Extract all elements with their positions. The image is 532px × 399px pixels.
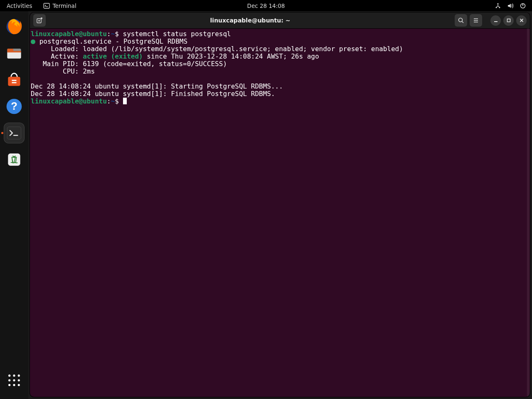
terminal-scrollbar[interactable] bbox=[527, 28, 530, 397]
close-button[interactable] bbox=[516, 15, 527, 26]
svg-point-30 bbox=[459, 18, 463, 22]
dock-firefox[interactable] bbox=[4, 16, 25, 37]
dock-software[interactable] bbox=[4, 69, 25, 90]
activities-button[interactable]: Activities bbox=[5, 2, 34, 9]
search-button[interactable] bbox=[455, 14, 467, 27]
clock-label: Dec 28 14:08 bbox=[247, 2, 285, 9]
app-menu[interactable]: Terminal bbox=[42, 2, 78, 9]
active-status: active (exited) bbox=[83, 52, 143, 60]
terminal-line: Active: active (exited) since Thu 2023-1… bbox=[31, 53, 529, 60]
dock-trash[interactable] bbox=[4, 149, 25, 170]
dock-show-apps[interactable] bbox=[4, 370, 25, 391]
svg-point-25 bbox=[18, 379, 20, 381]
terminal-line bbox=[31, 75, 529, 83]
terminal-line: Dec 28 14:08:24 ubuntu systemd[1]: Finis… bbox=[31, 90, 529, 98]
maximize-button[interactable] bbox=[503, 15, 514, 26]
terminal-line: linuxcapable@ubuntu:~$ bbox=[31, 98, 529, 105]
svg-text:?: ? bbox=[11, 100, 17, 112]
svg-rect-13 bbox=[12, 82, 17, 84]
terminal-line: postgresql.service - PostgreSQL RDBMS bbox=[31, 38, 529, 45]
cursor bbox=[123, 98, 127, 104]
svg-point-24 bbox=[13, 379, 15, 381]
network-icon[interactable] bbox=[495, 2, 501, 9]
terminal-viewport[interactable]: linuxcapable@ubuntu:~$ systemctl status … bbox=[30, 28, 530, 397]
svg-point-20 bbox=[8, 374, 10, 377]
command-text: systemctl status postgresql bbox=[123, 30, 231, 38]
svg-rect-12 bbox=[12, 80, 17, 81]
gnome-topbar: Activities Terminal Dec 28 14:08 bbox=[0, 0, 532, 11]
terminal-line: linuxcapable@ubuntu:~$ systemctl status … bbox=[31, 30, 529, 38]
activities-label: Activities bbox=[7, 2, 32, 9]
hamburger-menu-button[interactable] bbox=[470, 14, 482, 27]
svg-point-27 bbox=[13, 384, 15, 386]
terminal-app-icon bbox=[43, 2, 50, 9]
terminal-line: Dec 28 14:08:24 ubuntu systemd[1]: Start… bbox=[31, 83, 529, 90]
svg-rect-8 bbox=[7, 52, 21, 58]
prompt-user: linuxcapable@ubuntu bbox=[31, 97, 107, 105]
window-title: linuxcapable@ubuntu: ~ bbox=[46, 17, 455, 24]
svg-point-28 bbox=[18, 384, 20, 386]
prompt-path: ~ bbox=[111, 30, 115, 38]
svg-point-23 bbox=[8, 379, 10, 381]
prompt-path: ~ bbox=[111, 97, 115, 105]
svg-line-31 bbox=[462, 22, 464, 23]
terminal-line: CPU: 2ms bbox=[31, 68, 529, 75]
svg-point-21 bbox=[13, 374, 15, 377]
status-dot-icon bbox=[31, 39, 35, 44]
terminal-line: Loaded: loaded (/lib/systemd/system/post… bbox=[31, 45, 529, 53]
dock-help[interactable]: ? bbox=[4, 96, 25, 117]
svg-rect-0 bbox=[44, 3, 49, 8]
new-tab-button[interactable] bbox=[33, 14, 46, 27]
dock-terminal[interactable] bbox=[4, 123, 25, 143]
power-icon[interactable] bbox=[520, 2, 526, 9]
scrollbar-thumb[interactable] bbox=[527, 28, 530, 397]
terminal-line: Main PID: 6139 (code=exited, status=0/SU… bbox=[31, 60, 529, 68]
prompt-user: linuxcapable@ubuntu bbox=[31, 30, 107, 38]
minimize-button[interactable] bbox=[490, 15, 501, 26]
svg-rect-16 bbox=[7, 127, 21, 139]
clock[interactable]: Dec 28 14:08 bbox=[246, 2, 287, 9]
svg-rect-10 bbox=[7, 51, 21, 53]
dock: ? bbox=[0, 11, 28, 399]
svg-rect-36 bbox=[507, 19, 510, 22]
svg-point-22 bbox=[18, 374, 20, 377]
dock-files[interactable] bbox=[4, 43, 25, 64]
terminal-titlebar: linuxcapable@ubuntu: ~ bbox=[30, 12, 530, 29]
app-menu-label: Terminal bbox=[53, 2, 76, 9]
svg-rect-18 bbox=[8, 153, 20, 165]
svg-rect-11 bbox=[8, 77, 20, 86]
svg-point-26 bbox=[8, 384, 10, 386]
volume-icon[interactable] bbox=[507, 2, 514, 9]
terminal-window: linuxcapable@ubuntu: ~ linuxcapable@ubun… bbox=[30, 12, 530, 397]
